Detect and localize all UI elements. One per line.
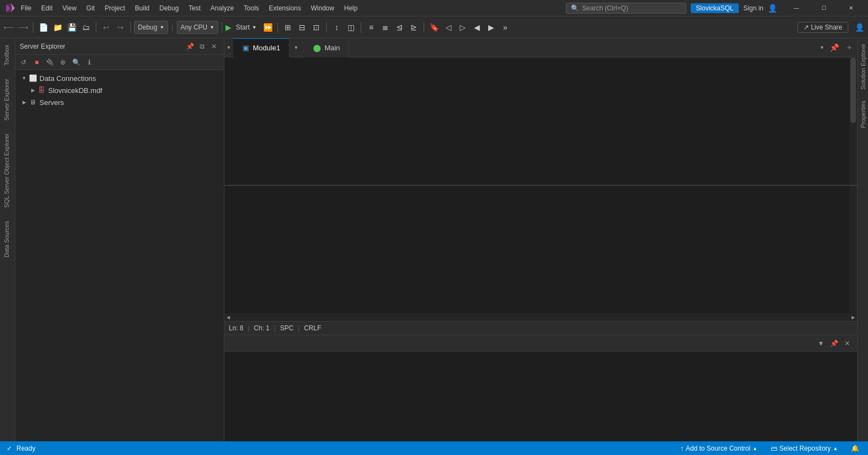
- toolbar-redo-btn[interactable]: ↪: [114, 21, 127, 34]
- menu-tools[interactable]: Tools: [239, 3, 263, 13]
- toolbar-btn-l[interactable]: ◀: [470, 21, 483, 34]
- toolbar-btn-f[interactable]: ≡: [364, 21, 378, 34]
- menu-file[interactable]: File: [16, 3, 36, 13]
- status-bar-right: ↑ Add to Source Control ▲ 🗃 Select Repos…: [678, 445, 861, 452]
- panel-close-btn[interactable]: ✕: [209, 41, 219, 52]
- menu-extensions[interactable]: Extensions: [264, 3, 305, 13]
- toolbar-bookmark-btn[interactable]: 🔖: [427, 21, 441, 34]
- toolbar-btn-m[interactable]: ▶: [484, 21, 497, 34]
- toolbar-save-btn[interactable]: 💾: [65, 21, 78, 34]
- editor-tab-main[interactable]: ⬤ Main: [305, 38, 349, 57]
- tab-add-btn[interactable]: ＋: [842, 38, 857, 57]
- tab-right-dropdown[interactable]: ▼: [818, 38, 826, 57]
- toolbar-open-btn[interactable]: 📁: [51, 21, 64, 34]
- toolbar-btn-e[interactable]: ◫: [344, 21, 357, 34]
- toolbar-user-icon[interactable]: 👤: [853, 21, 866, 34]
- menu-test[interactable]: Test: [184, 3, 205, 13]
- platform-dropdown[interactable]: Any CPU ▼: [177, 21, 218, 34]
- menu-help[interactable]: Help: [340, 3, 362, 13]
- bottom-panel-close-btn[interactable]: ✕: [842, 338, 853, 349]
- tree-item-db[interactable]: ▶ 🗄 SlovnicekDB.mdf: [15, 84, 224, 96]
- editor-lower-pane[interactable]: [224, 186, 857, 313]
- close-button[interactable]: ✕: [838, 0, 864, 16]
- toolbar-btn-i[interactable]: ⊵: [407, 21, 420, 34]
- menu-view[interactable]: View: [58, 3, 81, 13]
- bottom-panel-dropdown-btn[interactable]: ▼: [815, 338, 826, 349]
- editor-scrollbar-right[interactable]: [849, 57, 857, 185]
- bottom-panel-pin-btn[interactable]: 📌: [829, 338, 840, 349]
- props-btn[interactable]: ℹ: [83, 56, 95, 68]
- notification-bell-btn[interactable]: 🔔: [849, 445, 861, 452]
- bottom-panel: ▼ 📌 ✕: [224, 335, 857, 441]
- tab-pin-btn[interactable]: 📌: [826, 38, 842, 57]
- tab-mid-dropdown[interactable]: ▼: [292, 38, 300, 57]
- tab-left-arrow[interactable]: ▼: [224, 38, 233, 57]
- connect-btn[interactable]: 🔌: [44, 56, 56, 68]
- properties-tab[interactable]: Properties: [858, 95, 868, 133]
- menu-project[interactable]: Project: [100, 3, 129, 13]
- maximize-button[interactable]: ☐: [811, 0, 836, 16]
- select-repository-btn[interactable]: 🗃 Select Repository ▲: [768, 445, 840, 452]
- panel-float-btn[interactable]: ⧉: [196, 41, 207, 52]
- menu-window[interactable]: Window: [306, 3, 339, 13]
- liveshare-button[interactable]: ↗ Live Share: [797, 22, 848, 33]
- toolbar-forward-btn[interactable]: ⟶: [16, 21, 30, 34]
- data-sources-vtab[interactable]: Data Sources: [0, 214, 15, 264]
- toolbar-undo-btn[interactable]: ↩: [100, 21, 113, 34]
- tree-item-servers[interactable]: ▶ 🖥 Servers: [15, 96, 224, 108]
- toolbar-btn-c[interactable]: ⊡: [310, 21, 323, 34]
- start-arrow-icon: ▼: [252, 25, 257, 30]
- add-to-source-control-btn[interactable]: ↑ Add to Source Control ▲: [678, 445, 760, 452]
- status-bar: ✓ Ready ↑ Add to Source Control ▲ 🗃 Sele…: [0, 441, 868, 455]
- bell-icon: 🔔: [851, 445, 859, 452]
- editor-upper-pane[interactable]: [224, 57, 857, 185]
- server-explorer-vtab[interactable]: Server Explorer: [0, 72, 15, 127]
- panel-controls: 📌 ⧉ ✕: [184, 41, 219, 52]
- expand-icon-servers[interactable]: ▶: [20, 98, 28, 107]
- hscroll-right-btn[interactable]: ▶: [849, 313, 857, 321]
- toolbar-overflow-btn[interactable]: »: [499, 21, 512, 34]
- editor-scrollbar-right-2[interactable]: [849, 186, 857, 313]
- scrollbar-thumb: [850, 57, 856, 123]
- menu-debug[interactable]: Debug: [155, 3, 183, 13]
- add-server-btn[interactable]: ⊕: [57, 56, 69, 68]
- hscroll-left-btn[interactable]: ◀: [224, 313, 232, 321]
- profile-button[interactable]: SlovickaSQL: [691, 3, 739, 13]
- menu-analyze[interactable]: Analyze: [206, 3, 239, 13]
- expand-icon-db[interactable]: ▶: [28, 86, 37, 95]
- title-bar: File Edit View Git Project Build Debug T…: [0, 0, 868, 16]
- filter-btn[interactable]: 🔍: [70, 56, 82, 68]
- hscroll-track[interactable]: [232, 313, 849, 321]
- editor-tab-module1[interactable]: ▣ Module1: [233, 38, 290, 57]
- solution-explorer-tab[interactable]: Solution Explorer: [858, 38, 868, 95]
- stop-btn[interactable]: ■: [31, 56, 43, 68]
- toolbar-btn-d[interactable]: ↕: [330, 21, 343, 34]
- toolbar-btn-k[interactable]: ▷: [456, 21, 469, 34]
- toolbar: ⟵ ⟶ 📄 📁 💾 🗂 ↩ ↪ Debug ▼ | Any CPU ▼ ▶ St…: [0, 16, 868, 38]
- tree-item-data-connections[interactable]: ▼ ⬜ Data Connections: [15, 72, 224, 84]
- toolbox-tab[interactable]: Toolbox: [0, 38, 15, 72]
- sql-server-vtab[interactable]: SQL Server Object Explorer: [0, 127, 15, 214]
- minimize-button[interactable]: —: [784, 0, 809, 16]
- expand-icon-data-conn[interactable]: ▼: [20, 74, 28, 83]
- menu-build[interactable]: Build: [131, 3, 154, 13]
- server-explorer-panel: Server Explorer 📌 ⧉ ✕ ↺ ■ 🔌 ⊕ 🔍 ℹ ▼ ⬜ Da…: [15, 38, 224, 441]
- panel-pin-btn[interactable]: 📌: [184, 41, 195, 52]
- toolbar-btn-g[interactable]: ≣: [379, 21, 392, 34]
- menu-edit[interactable]: Edit: [37, 3, 57, 13]
- toolbar-btn-a[interactable]: ⊞: [281, 21, 294, 34]
- sign-in-button[interactable]: Sign in: [743, 4, 763, 12]
- toolbar-save-all-btn[interactable]: 🗂: [79, 21, 92, 34]
- toolbar-btn-b[interactable]: ⊟: [296, 21, 309, 34]
- toolbar-new-project-btn[interactable]: 📄: [37, 21, 50, 34]
- config-dropdown[interactable]: Debug ▼: [134, 21, 168, 34]
- start-button[interactable]: Start ▼: [233, 22, 260, 32]
- menu-git[interactable]: Git: [82, 3, 99, 13]
- refresh-btn[interactable]: ↺: [18, 56, 30, 68]
- toolbar-step-over-btn[interactable]: ⏩: [261, 21, 274, 34]
- toolbar-back-btn[interactable]: ⟵: [2, 21, 15, 34]
- toolbar-btn-h[interactable]: ⊴: [393, 21, 406, 34]
- search-box[interactable]: 🔍 Search (Ctrl+Q): [566, 3, 686, 14]
- toolbar-btn-j[interactable]: ◁: [442, 21, 455, 34]
- ln-indicator: Ln: 8: [229, 324, 244, 332]
